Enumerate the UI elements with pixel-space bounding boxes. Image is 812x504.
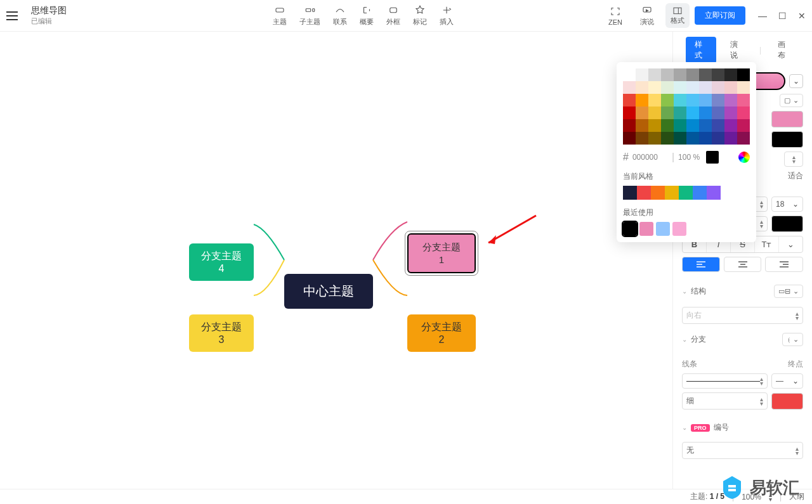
color-swatch[interactable]	[648, 81, 661, 94]
branch-end[interactable]: —⌄	[771, 373, 803, 389]
color-swatch[interactable]	[661, 132, 674, 145]
insert-button[interactable]: 插入	[433, 2, 460, 29]
branch-color[interactable]	[771, 393, 803, 410]
color-swatch[interactable]	[699, 119, 712, 132]
color-swatch[interactable]	[724, 119, 737, 132]
color-swatch[interactable]	[686, 132, 699, 145]
color-swatch[interactable]	[737, 107, 750, 119]
font-size-select[interactable]: 18⌄	[771, 197, 803, 212]
minimize-button[interactable]: —	[758, 11, 767, 21]
color-swatch[interactable]	[623, 132, 636, 145]
color-swatch[interactable]	[636, 68, 648, 81]
hex-input[interactable]	[632, 153, 668, 162]
color-swatch[interactable]	[699, 107, 712, 119]
structure-direction[interactable]: 向右▴▾	[682, 307, 803, 324]
branch-topic-2[interactable]: 分支主题 2	[407, 314, 476, 352]
color-swatch[interactable]	[623, 94, 636, 107]
color-swatch[interactable]	[686, 94, 699, 107]
border-width[interactable]: ▴▾	[784, 152, 803, 167]
color-swatch[interactable]	[724, 94, 737, 107]
section-branch[interactable]: ⌄分支⟮⌄	[673, 328, 812, 351]
color-swatch[interactable]	[712, 107, 724, 119]
style-swatch[interactable]	[637, 186, 651, 200]
opacity-value[interactable]: 100 %	[678, 153, 700, 162]
color-swatch[interactable]	[724, 132, 737, 145]
color-swatch[interactable]	[674, 107, 686, 119]
style-swatch[interactable]	[707, 186, 721, 200]
color-swatch[interactable]	[724, 68, 737, 81]
color-swatch[interactable]	[674, 119, 686, 132]
canvas[interactable]: 中心主题 分支主题 1 分支主题 2 分支主题 3 分支主题 4	[0, 32, 672, 489]
branch-line[interactable]: ▴▾	[682, 373, 768, 389]
color-swatch[interactable]	[661, 94, 674, 107]
color-swatch[interactable]	[623, 119, 636, 132]
color-swatch[interactable]	[686, 81, 699, 94]
center-topic[interactable]: 中心主题	[284, 274, 373, 309]
color-swatch[interactable]	[648, 68, 661, 81]
color-swatch[interactable]	[737, 132, 750, 145]
color-swatch[interactable]	[623, 68, 636, 81]
color-swatch[interactable]	[674, 81, 686, 94]
summary-button[interactable]: 概要	[353, 2, 380, 29]
color-swatch[interactable]	[636, 94, 648, 107]
branch-topic-3[interactable]: 分支主题 3	[189, 314, 254, 352]
zen-button[interactable]: ZEN	[602, 3, 629, 29]
branch-topic-1[interactable]: 分支主题 1	[407, 233, 476, 273]
color-swatch[interactable]	[699, 81, 712, 94]
relation-button[interactable]: 联系	[327, 2, 353, 29]
align-left[interactable]	[682, 257, 720, 272]
recent-swatch[interactable]	[672, 222, 686, 236]
color-swatch[interactable]	[699, 94, 712, 107]
color-swatch[interactable]	[623, 81, 636, 94]
color-swatch[interactable]	[674, 94, 686, 107]
marker-button[interactable]: 标记	[407, 2, 433, 29]
color-swatch[interactable]	[712, 132, 724, 145]
tab-style[interactable]: 样式	[686, 37, 716, 63]
menu-icon[interactable]	[6, 8, 22, 23]
shape-dropdown[interactable]: ⌄	[789, 74, 803, 88]
style-swatch[interactable]	[623, 186, 637, 200]
color-swatch[interactable]	[636, 81, 648, 94]
color-swatch[interactable]	[737, 68, 750, 81]
branch-topic-4[interactable]: 分支主题 4	[189, 243, 254, 281]
color-swatch[interactable]	[636, 119, 648, 132]
style-swatch[interactable]	[651, 186, 665, 200]
color-swatch[interactable]	[674, 68, 686, 81]
color-swatch[interactable]	[712, 119, 724, 132]
recent-swatch[interactable]	[639, 222, 653, 236]
style-swatch[interactable]	[693, 186, 707, 200]
color-swatch[interactable]	[661, 107, 674, 119]
number-select[interactable]: 无▴▾	[682, 442, 803, 459]
color-swatch[interactable]	[636, 107, 648, 119]
align-center[interactable]	[724, 257, 762, 272]
color-swatch[interactable]	[737, 94, 750, 107]
shape-style-select[interactable]: ▢⌄	[780, 94, 803, 107]
color-swatch[interactable]	[623, 107, 636, 119]
color-swatch[interactable]	[724, 107, 737, 119]
text-color[interactable]	[771, 216, 803, 232]
color-swatch[interactable]	[661, 81, 674, 94]
case-button[interactable]: Tᴛ	[755, 236, 779, 252]
color-swatch[interactable]	[648, 107, 661, 119]
color-swatch[interactable]	[686, 107, 699, 119]
recent-swatch[interactable]	[623, 222, 637, 236]
fill-color[interactable]	[771, 111, 803, 127]
tab-pitch[interactable]: 演说	[721, 37, 752, 63]
boundary-button[interactable]: 外框	[380, 2, 407, 29]
format-button[interactable]: 格式	[665, 3, 690, 28]
color-swatch[interactable]	[661, 68, 674, 81]
color-swatch[interactable]	[686, 68, 699, 81]
color-swatch[interactable]	[674, 132, 686, 145]
border-color[interactable]	[771, 131, 803, 148]
branch-thickness[interactable]: 细▴▾	[682, 392, 768, 410]
pitch-button[interactable]: 演说	[634, 2, 660, 29]
maximize-button[interactable]: ☐	[778, 11, 787, 21]
color-wheel-icon[interactable]	[738, 152, 750, 163]
section-number[interactable]: ⌄PRO编号	[673, 417, 812, 438]
color-swatch[interactable]	[699, 132, 712, 145]
close-button[interactable]: ✕	[798, 11, 806, 21]
subscribe-button[interactable]: 立即订阅	[695, 6, 745, 25]
align-right[interactable]	[765, 257, 803, 272]
color-swatch[interactable]	[712, 81, 724, 94]
color-swatch[interactable]	[648, 94, 661, 107]
